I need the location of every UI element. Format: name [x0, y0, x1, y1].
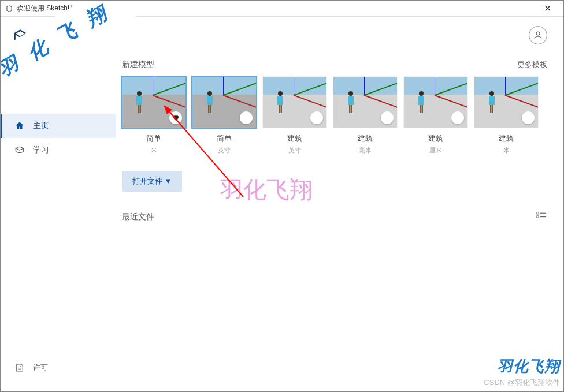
svg-rect-22 [489, 96, 495, 105]
template-unit: 英寸 [218, 146, 231, 155]
scale-figure-icon [346, 91, 355, 114]
scale-figure-icon [417, 91, 426, 114]
new-model-label: 新建模型 [122, 59, 154, 70]
user-icon [533, 30, 543, 40]
svg-point-1 [137, 91, 142, 96]
template-unit: 毫米 [359, 146, 372, 155]
favorite-toggle[interactable] [451, 111, 464, 124]
svg-rect-4 [140, 105, 142, 113]
view-toggle-button[interactable] [536, 211, 547, 222]
sidebar-item-label: 主页 [33, 121, 49, 131]
favorite-toggle[interactable] [310, 111, 323, 124]
account-button[interactable] [529, 26, 547, 44]
svg-point-21 [489, 91, 494, 96]
svg-point-9 [278, 91, 283, 96]
open-file-button[interactable]: 打开文件 ▼ [122, 171, 182, 192]
template-thumbnail[interactable] [474, 77, 538, 128]
svg-point-0 [536, 32, 540, 35]
new-model-section-head: 新建模型 更多模板 [122, 59, 547, 70]
template-card[interactable]: 建筑英寸 [263, 77, 326, 155]
svg-rect-25 [537, 212, 539, 214]
sidebar-item-label: 学习 [33, 145, 49, 155]
template-card[interactable]: 简单米 [122, 77, 185, 155]
window-title: 欢迎使用 SketchUp [17, 3, 76, 13]
svg-rect-2 [136, 96, 142, 105]
license-label: 许可 [33, 363, 48, 373]
heart-filled-icon [172, 114, 179, 121]
open-file-label: 打开文件 ▼ [132, 176, 172, 186]
svg-rect-18 [418, 96, 424, 105]
svg-rect-8 [210, 105, 212, 113]
template-unit: 米 [151, 146, 157, 155]
template-name: 简单 [217, 133, 232, 144]
template-thumbnail[interactable] [333, 77, 397, 128]
sidebar: SketchUp 主页 学习 许可 [1, 17, 116, 391]
scale-figure-icon [276, 91, 285, 114]
scale-figure-icon [487, 91, 496, 114]
template-thumbnail[interactable] [192, 77, 256, 128]
template-thumbnail[interactable] [404, 77, 467, 128]
favorite-toggle[interactable] [169, 111, 182, 124]
sidebar-item-license[interactable]: 许可 [1, 356, 116, 380]
svg-rect-6 [207, 96, 213, 105]
recent-files-label: 最近文件 [122, 212, 154, 222]
svg-rect-10 [277, 96, 283, 105]
window-body: SketchUp 主页 学习 许可 新建模 [1, 17, 563, 391]
recent-files-section-head: 最近文件 [122, 211, 547, 222]
sidebar-item-home[interactable]: 主页 [1, 114, 116, 138]
template-card[interactable]: 建筑米 [474, 77, 538, 155]
svg-rect-7 [208, 105, 210, 113]
template-card[interactable]: 建筑厘米 [404, 77, 467, 155]
scale-figure-icon [205, 91, 214, 114]
license-icon [14, 363, 25, 373]
svg-rect-12 [281, 105, 283, 113]
svg-rect-20 [422, 105, 424, 113]
template-thumbnail[interactable] [122, 77, 185, 128]
svg-point-13 [348, 91, 353, 96]
template-name: 建筑 [499, 133, 514, 144]
titlebar-left: 欢迎使用 SketchUp [5, 3, 76, 13]
template-unit: 英寸 [288, 146, 301, 155]
brand-name: SketchUp [33, 29, 91, 44]
sketchup-app-icon [5, 5, 13, 13]
svg-rect-16 [351, 105, 353, 113]
header-row [122, 23, 547, 48]
svg-rect-15 [349, 105, 351, 113]
template-name: 建筑 [287, 133, 302, 144]
favorite-toggle[interactable] [522, 111, 535, 124]
learn-icon [14, 145, 25, 155]
titlebar: 欢迎使用 SketchUp ✕ [1, 1, 563, 17]
template-name: 简单 [146, 133, 161, 144]
svg-rect-19 [420, 105, 421, 113]
list-view-icon [536, 211, 547, 221]
template-name: 建筑 [358, 133, 373, 144]
home-icon [14, 121, 25, 131]
svg-rect-14 [348, 96, 354, 105]
sketchup-logo-icon [12, 28, 28, 44]
favorite-toggle[interactable] [240, 111, 253, 124]
svg-rect-27 [537, 216, 539, 218]
svg-point-5 [207, 91, 212, 96]
main-content: 新建模型 更多模板 简单米简单英寸建筑英寸建筑毫米建筑厘米建筑米 打开文件 ▼ … [116, 17, 563, 391]
template-thumbnail[interactable] [263, 77, 326, 128]
nav: 主页 学习 [1, 114, 116, 162]
scale-figure-icon [135, 91, 144, 114]
template-name: 建筑 [428, 133, 443, 144]
logo-row: SketchUp [1, 28, 116, 56]
sidebar-item-learn[interactable]: 学习 [1, 138, 116, 162]
templates-row: 简单米简单英寸建筑英寸建筑毫米建筑厘米建筑米 [122, 77, 547, 155]
template-card[interactable]: 建筑毫米 [333, 77, 397, 155]
template-unit: 米 [503, 146, 510, 155]
favorite-toggle[interactable] [381, 111, 394, 124]
more-templates-link[interactable]: 更多模板 [517, 59, 547, 70]
svg-rect-23 [490, 105, 492, 113]
close-button[interactable]: ✕ [536, 3, 559, 14]
svg-rect-11 [279, 105, 280, 113]
svg-rect-3 [138, 105, 139, 113]
template-card[interactable]: 简单英寸 [192, 77, 256, 155]
svg-rect-24 [492, 105, 494, 113]
template-unit: 厘米 [429, 146, 442, 155]
svg-point-17 [419, 91, 424, 96]
